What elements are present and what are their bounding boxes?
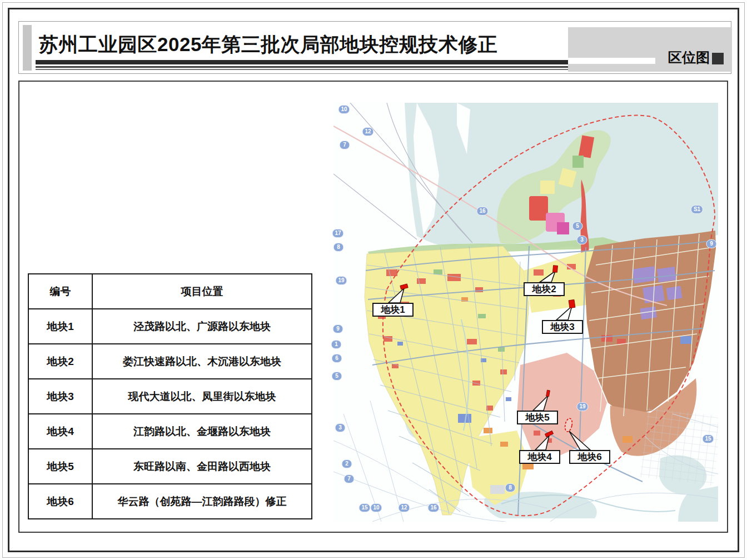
table-row: 地块5东旺路以南、金田路以西地块 (28, 449, 312, 484)
location-map: 10127178199165327151012168165319S1915 地块… (333, 103, 718, 522)
plot-id: 地块2 (28, 344, 92, 379)
corner-label: 区位图 (668, 51, 710, 64)
callout-leader (569, 431, 590, 450)
plot-id: 地块4 (28, 414, 92, 449)
content-box: 编号 项目位置 地块1泾茂路以北、广源路以东地块 地块2娄江快速路以北、木沉港以… (18, 81, 728, 533)
plot-location: 泾茂路以北、广源路以东地块 (92, 309, 312, 344)
table-header-row: 编号 项目位置 (28, 274, 312, 309)
title-rule-medium (36, 66, 568, 68)
plot-location: 江韵路以北、金堰路以东地块 (92, 414, 312, 449)
callout-leader (389, 288, 404, 303)
plot-id: 地块3 (28, 379, 92, 414)
callout-label: 地块6 (569, 450, 610, 464)
plot-marker (546, 390, 550, 397)
plot-location: 东旺路以南、金田路以西地块 (92, 449, 312, 484)
callout-label: 地块1 (372, 303, 414, 317)
col-header-id: 编号 (28, 274, 92, 309)
callout-label: 地块3 (542, 320, 583, 334)
table-row: 地块2娄江快速路以北、木沉港以东地块 (28, 344, 312, 379)
plot-id: 地块6 (28, 484, 92, 519)
corner-square-icon (712, 53, 724, 64)
callout-label: 地块2 (524, 282, 565, 296)
plot-marker (552, 266, 557, 273)
table-row: 地块4江韵路以北、金堰路以东地块 (28, 414, 312, 449)
corner-white-strip (568, 58, 655, 64)
plot-location: 娄江快速路以北、木沉港以东地块 (92, 344, 312, 379)
table-row: 地块6华云路（创苑路—江韵路路段）修正 (28, 484, 312, 519)
title-accent-bar (23, 25, 32, 71)
callout-leader (535, 436, 549, 450)
corner-panel: 区位图 (568, 27, 732, 72)
plot-id: 地块5 (28, 449, 92, 484)
title-rule-thin (36, 69, 568, 70)
table-row: 地块3现代大道以北、凤里街以东地块 (28, 379, 312, 414)
callout-label: 地块4 (519, 450, 560, 464)
title-rule-thick (36, 60, 568, 64)
callout-label: 地块5 (517, 411, 558, 424)
plot-location: 华云路（创苑路—江韵路路段）修正 (92, 484, 312, 519)
table-row: 地块1泾茂路以北、广源路以东地块 (28, 309, 312, 344)
plot-marker (569, 299, 575, 308)
slide-page: 苏州工业园区2025年第三批次局部地块控规技术修正 区位图 编号 项目位置 地块… (0, 0, 747, 560)
plots-table: 编号 项目位置 地块1泾茂路以北、广源路以东地块 地块2娄江快速路以北、木沉港以… (28, 273, 312, 519)
plot-id: 地块1 (28, 309, 92, 344)
callout-leader (533, 396, 548, 411)
plot-marker (564, 418, 574, 432)
title-bar: 苏州工业园区2025年第三批次局部地块控规技术修正 区位图 (18, 21, 731, 74)
callout-leader (540, 271, 555, 282)
col-header-location: 项目位置 (92, 274, 312, 309)
plot-location: 现代大道以北、凤里街以东地块 (92, 379, 312, 414)
page-title: 苏州工业园区2025年第三批次局部地块控规技术修正 (39, 32, 497, 58)
plot-marker (400, 284, 408, 289)
